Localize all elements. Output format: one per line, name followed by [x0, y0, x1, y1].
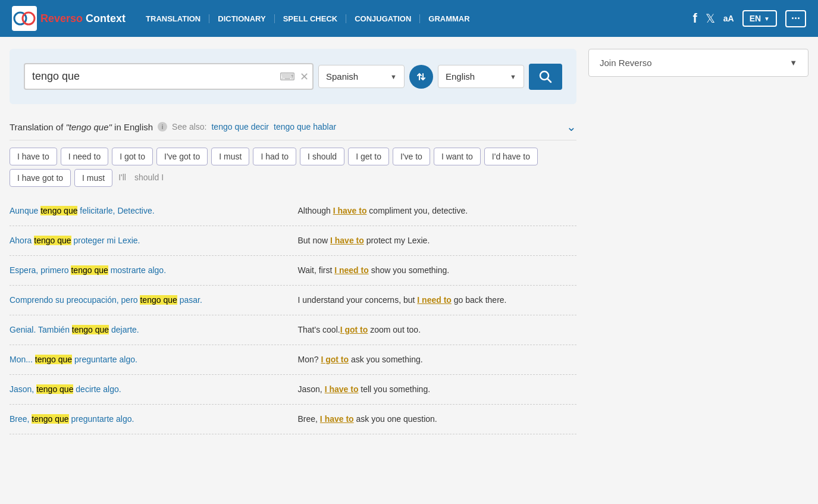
- pair-english: Wait, first I need to show you something…: [298, 264, 577, 277]
- clear-icon[interactable]: ✕: [300, 70, 309, 83]
- pair-english: But now I have to protect my Lexie.: [298, 234, 577, 247]
- search-input[interactable]: [24, 63, 314, 90]
- english-highlight: I got to: [340, 325, 368, 334]
- translation-tag[interactable]: I'd have to: [484, 148, 538, 165]
- lang-label: EN: [750, 14, 761, 23]
- nav-translation[interactable]: TRANSLATION: [137, 14, 209, 23]
- translation-pair-row: Bree, tengo que preguntarte algo.Bree, I…: [10, 405, 576, 434]
- search-row: ⌨ ✕ Spanish ▼ English: [24, 63, 562, 90]
- see-also-link-2[interactable]: tengo que hablar: [274, 122, 336, 132]
- translation-tag[interactable]: I want to: [434, 148, 481, 165]
- pair-spanish: Espera, primero tengo que mostrarte algo…: [10, 264, 289, 277]
- translation-tag[interactable]: I'll: [116, 169, 129, 187]
- search-input-icons: ⌨ ✕: [280, 70, 309, 83]
- translation-pair-row: Mon... tengo que preguntarte algo.Mon? I…: [10, 345, 576, 375]
- search-input-wrapper: ⌨ ✕: [24, 63, 314, 90]
- translation-pair-row: Espera, primero tengo que mostrarte algo…: [10, 256, 576, 286]
- pair-spanish: Aunque tengo que felicitarle, Detective.: [10, 205, 289, 217]
- translation-pair-row: Genial. También tengo que dejarte.That's…: [10, 315, 576, 345]
- spanish-highlight: tengo que: [71, 265, 108, 275]
- svg-rect-0: [12, 6, 37, 31]
- pair-spanish: Bree, tengo que preguntarte algo.: [10, 413, 289, 425]
- chevron-down-icon: ▼: [789, 58, 797, 67]
- translation-tag[interactable]: I've got to: [156, 148, 208, 165]
- swap-languages-button[interactable]: [409, 65, 433, 89]
- translation-pair-row: Comprendo su preocupación, pero tengo qu…: [10, 286, 576, 315]
- search-button[interactable]: [529, 64, 562, 90]
- facebook-icon[interactable]: f: [692, 11, 697, 26]
- see-also-link-1[interactable]: tengo que decir: [211, 122, 269, 132]
- logo[interactable]: Reverso Context: [12, 6, 126, 31]
- twitter-icon[interactable]: 𝕏: [706, 11, 715, 26]
- pair-spanish: Comprendo su preocupación, pero tengo qu…: [10, 294, 289, 306]
- pair-spanish: Ahora tengo que proteger mi Lexie.: [10, 234, 289, 247]
- english-highlight: I got to: [321, 355, 349, 364]
- english-highlight: I have to: [325, 384, 359, 394]
- pair-english: Although I have to compliment you, detec…: [298, 205, 577, 217]
- logo-text: Reverso Context: [40, 12, 126, 25]
- pair-spanish: Jason, tengo que decirte algo.: [10, 383, 289, 396]
- english-highlight: I have to: [320, 414, 354, 424]
- translation-tag[interactable]: I should: [300, 148, 344, 165]
- swap-icon: [415, 71, 427, 83]
- english-highlight: I need to: [334, 265, 369, 275]
- logo-icon: [12, 6, 37, 31]
- spanish-highlight: tengo que: [40, 206, 77, 215]
- pair-english: That's cool.I got to zoom out too.: [298, 324, 577, 336]
- translation-tag[interactable]: I get to: [348, 148, 389, 165]
- more-menu-button[interactable]: ···: [785, 10, 806, 27]
- spanish-highlight: tengo que: [32, 414, 68, 424]
- nav-grammar[interactable]: GRAMMAR: [420, 14, 478, 23]
- spanish-highlight: tengo que: [140, 295, 177, 305]
- pair-spanish: Genial. También tengo que dejarte.: [10, 324, 289, 336]
- chevron-down-icon: ▼: [764, 15, 770, 22]
- svg-line-4: [547, 79, 551, 82]
- translation-header: Translation of "tengo que" in English i …: [10, 114, 576, 140]
- keyboard-icon[interactable]: ⌨: [280, 70, 295, 83]
- nav-spellcheck[interactable]: SPELL CHECK: [275, 14, 347, 23]
- font-size-icon[interactable]: aA: [723, 14, 734, 23]
- see-also-label: See also:: [172, 122, 206, 132]
- pair-english: I understand your concerns, but I need t…: [298, 294, 577, 306]
- chevron-down-icon: ▼: [390, 73, 397, 80]
- pair-english: Mon? I got to ask you something.: [298, 353, 577, 366]
- search-box: ⌨ ✕ Spanish ▼ English: [10, 49, 576, 104]
- pair-english: Bree, I have to ask you one question.: [298, 413, 577, 425]
- translation-tag[interactable]: I've to: [393, 148, 430, 165]
- nav-dictionary[interactable]: DICTIONARY: [209, 14, 274, 23]
- translation-pair-row: Ahora tengo que proteger mi Lexie.But no…: [10, 226, 576, 256]
- right-sidebar: Join Reverso ▼: [588, 49, 808, 434]
- source-language-dropdown[interactable]: Spanish ▼: [318, 65, 405, 88]
- translation-pair-row: Jason, tengo que decirte algo.Jason, I h…: [10, 375, 576, 405]
- spanish-highlight: tengo que: [35, 355, 72, 364]
- translation-tag[interactable]: I must: [74, 169, 112, 187]
- translation-pair-row: Aunque tengo que felicitarle, Detective.…: [10, 196, 576, 226]
- translation-tag[interactable]: I got to: [112, 148, 153, 165]
- translation-pairs: Aunque tengo que felicitarle, Detective.…: [10, 196, 576, 434]
- translation-tag[interactable]: I have got to: [10, 169, 71, 187]
- translation-tag[interactable]: I had to: [253, 148, 296, 165]
- search-icon: [539, 70, 552, 83]
- target-lang-label: English: [446, 71, 475, 82]
- nav-conjugation[interactable]: CONJUGATION: [346, 14, 420, 23]
- spanish-highlight: tengo que: [72, 325, 109, 334]
- spanish-highlight: tengo que: [36, 384, 73, 394]
- header: Reverso Context TRANSLATION DICTIONARY S…: [0, 0, 818, 37]
- translation-tag[interactable]: I need to: [61, 148, 109, 165]
- language-selector[interactable]: EN ▼: [742, 10, 777, 27]
- join-reverso-button[interactable]: Join Reverso ▼: [588, 49, 808, 77]
- translation-title: Translation of "tengo que" in English: [10, 122, 153, 132]
- translation-tag[interactable]: I must: [211, 148, 249, 165]
- english-highlight: I have to: [330, 236, 364, 245]
- info-icon[interactable]: i: [158, 122, 167, 132]
- header-right: f 𝕏 aA EN ▼ ···: [692, 10, 806, 27]
- pair-spanish: Mon... tengo que preguntarte algo.: [10, 353, 289, 366]
- left-panel: ⌨ ✕ Spanish ▼ English: [10, 49, 576, 434]
- translation-tag[interactable]: I have to: [10, 148, 57, 165]
- translation-tag[interactable]: should I: [132, 169, 166, 187]
- tags-container: I have toI need toI got toI've got toI m…: [10, 148, 576, 187]
- source-lang-label: Spanish: [326, 71, 358, 82]
- expand-icon[interactable]: ⌄: [566, 120, 576, 134]
- english-highlight: I need to: [417, 295, 452, 305]
- target-language-dropdown[interactable]: English ▼: [438, 65, 524, 88]
